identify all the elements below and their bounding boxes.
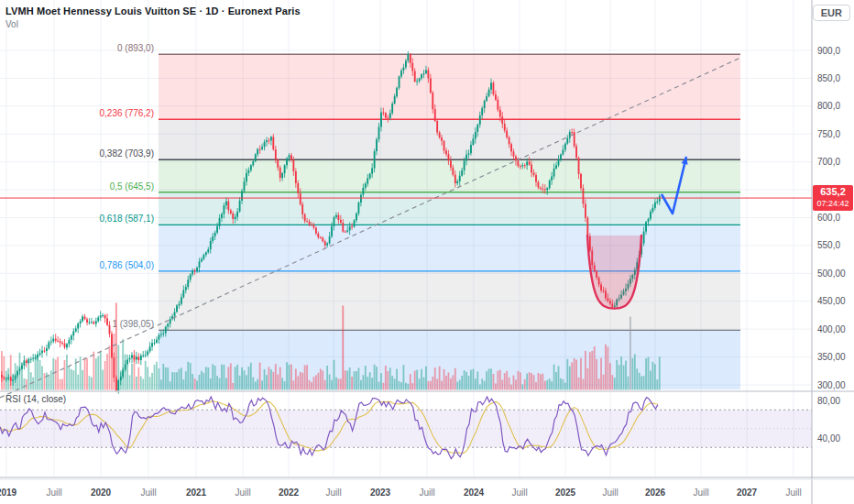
- volume-bar: [443, 369, 445, 390]
- volume-bar: [371, 378, 373, 389]
- candle: [560, 155, 562, 160]
- volume-bar: [454, 368, 456, 390]
- volume-bar: [640, 377, 642, 390]
- candle: [452, 168, 454, 175]
- volume-bar: [479, 385, 481, 390]
- candle: [281, 173, 283, 178]
- last-price-badge[interactable]: 635,2 07:24:42: [813, 185, 853, 211]
- candle: [16, 371, 18, 376]
- volume-bar: [174, 372, 176, 389]
- volume-bar: [475, 378, 476, 389]
- symbol-title[interactable]: LVMH Moet Hennessy Louis Vuitton SE · 1D…: [5, 5, 301, 16]
- time-axis[interactable]: 2019Juill2020Juill2021Juill2022Juill2023…: [0, 488, 802, 498]
- candle: [504, 124, 506, 130]
- volume-bar: [611, 375, 613, 389]
- candle: [509, 137, 510, 144]
- candle: [493, 82, 495, 94]
- volume-bar: [216, 376, 218, 389]
- candle: [419, 79, 421, 82]
- candle: [159, 335, 160, 340]
- volume-bar: [60, 379, 61, 390]
- candle: [48, 342, 49, 348]
- volume-bar: [436, 378, 438, 389]
- candle: [546, 188, 548, 190]
- volume-bar: [160, 379, 162, 389]
- candle: [137, 356, 139, 360]
- volume-bar: [459, 380, 461, 390]
- volume-bar: [571, 362, 573, 389]
- volume-bar: [648, 357, 650, 390]
- candle: [399, 77, 400, 88]
- volume-bar: [574, 358, 575, 390]
- price-axis-label: 400,00: [817, 324, 846, 334]
- volume-bar: [286, 362, 288, 389]
- candle: [654, 203, 656, 208]
- candle: [515, 157, 517, 160]
- candle: [360, 195, 362, 203]
- candle: [403, 67, 405, 71]
- time-axis-label: Juill: [419, 488, 434, 498]
- candle: [89, 323, 91, 323]
- candle: [488, 90, 490, 96]
- volume-bar: [490, 368, 492, 389]
- time-axis-label: Juill: [140, 488, 156, 498]
- candle: [261, 147, 263, 148]
- volume-bar: [643, 376, 645, 389]
- candle: [340, 220, 342, 223]
- time-axis-label: 2026: [645, 488, 666, 498]
- candle: [69, 340, 71, 345]
- volume-bar: [636, 368, 638, 389]
- candle: [66, 344, 68, 347]
- candle: [369, 174, 371, 179]
- volume-bar: [137, 367, 139, 390]
- candle: [495, 94, 497, 100]
- volume-bar: [203, 373, 205, 390]
- candle: [120, 377, 122, 380]
- fib-retracement-layer[interactable]: 0 (893,0)0,236 (776,2)0,382 (703,9)0,5 (…: [100, 43, 741, 389]
- candle: [190, 274, 192, 279]
- volume-bar: [564, 383, 566, 390]
- volume-bar: [625, 361, 627, 390]
- candle: [60, 341, 61, 343]
- candle: [394, 96, 396, 104]
- candle: [400, 71, 402, 76]
- candle: [64, 344, 66, 348]
- candle: [194, 270, 196, 271]
- candle: [645, 222, 647, 231]
- volume-bar: [207, 367, 209, 390]
- candle: [71, 335, 72, 340]
- volume-bar: [335, 378, 337, 390]
- rsi-axis-label: 40,00: [817, 433, 840, 444]
- candle: [41, 351, 43, 354]
- candle: [114, 357, 115, 378]
- candle: [652, 208, 654, 212]
- candle: [497, 100, 498, 110]
- candle: [72, 332, 74, 336]
- candle: [365, 183, 367, 187]
- candle: [324, 241, 326, 245]
- rsi-indicator-label[interactable]: RSI (14, close): [5, 394, 66, 404]
- volume-bar: [531, 373, 532, 389]
- volume-bar: [425, 367, 427, 390]
- candle: [154, 343, 156, 344]
- candle: [423, 73, 425, 74]
- volume-bar: [142, 379, 144, 390]
- volume-bar: [55, 359, 57, 389]
- volume-bar: [578, 378, 580, 390]
- volume-bar: [224, 365, 225, 390]
- volume-bar: [434, 367, 436, 389]
- time-axis-label: Juill: [602, 488, 618, 498]
- volume-bar: [102, 370, 104, 390]
- volume-indicator-label[interactable]: Vol: [5, 19, 18, 29]
- right-price-axis[interactable]: 900,0850,0800,0750,0700,0650,0600,0550,0…: [817, 46, 846, 444]
- volume-bar: [170, 381, 171, 389]
- currency-button[interactable]: EUR: [813, 5, 850, 21]
- volume-bar: [86, 358, 88, 390]
- fib-level-label: 0 (893,0): [117, 43, 154, 53]
- candle: [1, 375, 3, 378]
- chart-canvas[interactable]: 0 (893,0)0,236 (776,2)0,382 (703,9)0,5 (…: [0, 0, 854, 504]
- candle: [27, 359, 29, 363]
- volume-bar: [176, 372, 178, 389]
- candle: [244, 181, 246, 191]
- candle: [540, 188, 542, 189]
